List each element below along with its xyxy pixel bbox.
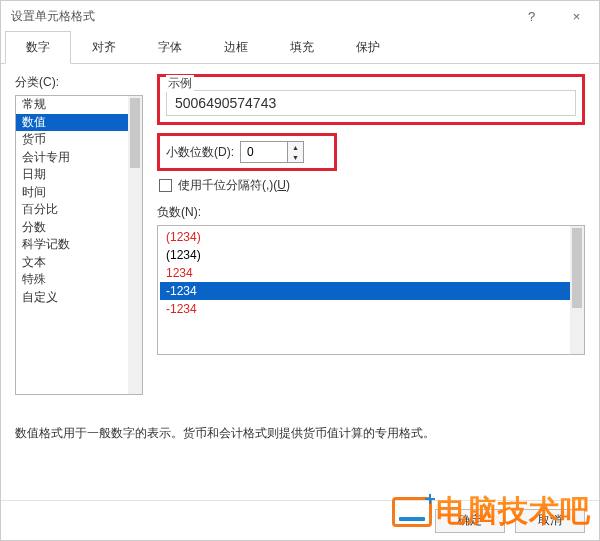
- category-item[interactable]: 分数: [16, 219, 142, 237]
- tab-border[interactable]: 边框: [203, 31, 269, 64]
- decimal-group: 小数位数(D): ▲ ▼: [157, 133, 337, 171]
- category-scrollbar[interactable]: [128, 96, 142, 394]
- negative-item[interactable]: -1234: [160, 300, 582, 318]
- category-item[interactable]: 日期: [16, 166, 142, 184]
- negative-item[interactable]: -1234: [160, 282, 582, 300]
- negative-listbox[interactable]: (1234)(1234)1234-1234-1234: [157, 225, 585, 355]
- format-description: 数值格式用于一般数字的表示。货币和会计格式则提供货币值计算的专用格式。: [15, 425, 585, 442]
- sample-label: 示例: [166, 75, 194, 92]
- category-scroll-thumb[interactable]: [130, 98, 140, 168]
- cancel-button[interactable]: 取消: [515, 509, 585, 533]
- window-title: 设置单元格格式: [11, 8, 95, 25]
- negative-item[interactable]: 1234: [160, 264, 582, 282]
- tab-number[interactable]: 数字: [5, 31, 71, 64]
- category-item[interactable]: 科学记数: [16, 236, 142, 254]
- tab-protect[interactable]: 保护: [335, 31, 401, 64]
- tab-font[interactable]: 字体: [137, 31, 203, 64]
- category-item[interactable]: 时间: [16, 184, 142, 202]
- decimal-label: 小数位数(D):: [166, 144, 234, 161]
- decimal-spinner[interactable]: ▲ ▼: [240, 141, 304, 163]
- negative-scroll-thumb[interactable]: [572, 228, 582, 308]
- category-column: 分类(C): 常规数值货币会计专用日期时间百分比分数科学记数文本特殊自定义: [15, 74, 143, 395]
- thousand-sep-row: 使用千位分隔符(,)(U): [157, 177, 585, 194]
- decimal-input[interactable]: [241, 142, 287, 162]
- spinner-up-icon[interactable]: ▲: [288, 142, 303, 152]
- category-listbox[interactable]: 常规数值货币会计专用日期时间百分比分数科学记数文本特殊自定义: [15, 95, 143, 395]
- tab-strip: 数字 对齐 字体 边框 填充 保护: [1, 31, 599, 64]
- titlebar: 设置单元格格式 ? ×: [1, 1, 599, 31]
- category-item[interactable]: 百分比: [16, 201, 142, 219]
- options-column: 示例 5006490574743 小数位数(D): ▲ ▼: [157, 74, 585, 395]
- sample-value: 5006490574743: [166, 90, 576, 116]
- tab-fill[interactable]: 填充: [269, 31, 335, 64]
- sample-group: 示例 5006490574743: [157, 74, 585, 125]
- negative-item[interactable]: (1234): [160, 246, 582, 264]
- thousand-sep-label: 使用千位分隔符(,)(U): [178, 177, 290, 194]
- category-item[interactable]: 数值: [16, 114, 142, 132]
- dialog-footer: 确定 取消: [1, 500, 599, 540]
- category-item[interactable]: 自定义: [16, 289, 142, 307]
- help-button[interactable]: ?: [509, 1, 554, 31]
- tab-body: 分类(C): 常规数值货币会计专用日期时间百分比分数科学记数文本特殊自定义 示例…: [1, 64, 599, 500]
- negative-item[interactable]: (1234): [160, 228, 582, 246]
- close-button[interactable]: ×: [554, 1, 599, 31]
- ok-button[interactable]: 确定: [435, 509, 505, 533]
- spinner-down-icon[interactable]: ▼: [288, 152, 303, 162]
- category-item[interactable]: 特殊: [16, 271, 142, 289]
- dialog-format-cells: 设置单元格格式 ? × 数字 对齐 字体 边框 填充 保护 分类(C): 常规数…: [0, 0, 600, 541]
- tab-alignment[interactable]: 对齐: [71, 31, 137, 64]
- negative-scrollbar[interactable]: [570, 226, 584, 354]
- category-item[interactable]: 文本: [16, 254, 142, 272]
- category-item[interactable]: 会计专用: [16, 149, 142, 167]
- negative-label: 负数(N):: [157, 204, 585, 221]
- thousand-sep-checkbox[interactable]: [159, 179, 172, 192]
- category-item[interactable]: 货币: [16, 131, 142, 149]
- category-item[interactable]: 常规: [16, 96, 142, 114]
- category-label: 分类(C):: [15, 74, 143, 91]
